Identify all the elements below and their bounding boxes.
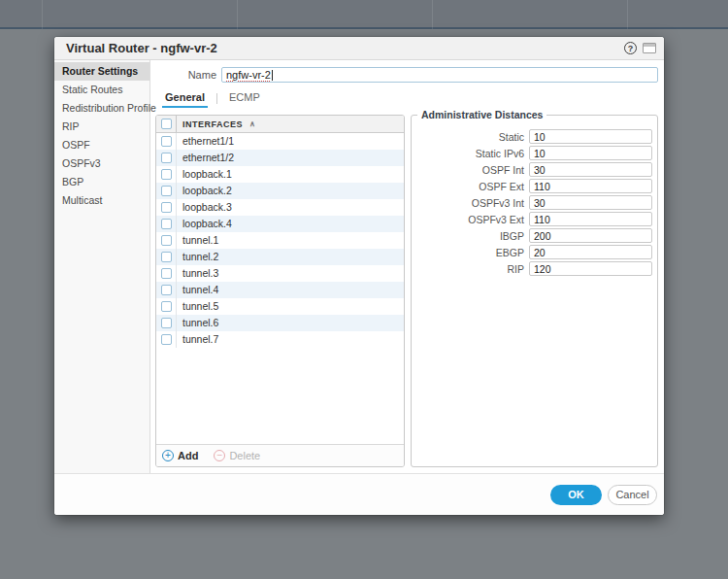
administrative-distances-panel: Administrative Distances Static Static I…: [411, 115, 658, 467]
sidebar-item-redistribution-profile[interactable]: Redistribution Profile: [54, 99, 149, 118]
row-checkbox[interactable]: [161, 169, 172, 180]
static-field[interactable]: [529, 129, 652, 144]
rip-field[interactable]: [529, 261, 652, 276]
sidebar-item-ospf[interactable]: OSPF: [54, 136, 149, 154]
row-checkbox-cell: [156, 265, 177, 282]
table-row[interactable]: loopback.1: [156, 166, 404, 183]
background-column-divider: [42, 0, 43, 29]
interface-name: tunnel.2: [177, 249, 218, 265]
table-row[interactable]: tunnel.2: [156, 249, 404, 265]
select-all-checkbox[interactable]: [161, 119, 172, 129]
table-row[interactable]: tunnel.7: [156, 331, 404, 348]
sort-ascending-icon: ∧: [249, 119, 255, 128]
row-checkbox-cell: [156, 298, 177, 315]
dialog-titlebar: Virtual Router - ngfw-vr-2 ?: [54, 37, 664, 60]
add-button[interactable]: + Add: [162, 450, 198, 461]
dialog-body: Router Settings Static Routes Redistribu…: [54, 60, 664, 473]
field-row: OSPFv3 Int: [412, 195, 652, 210]
table-row[interactable]: tunnel.3: [156, 265, 404, 282]
ospfv3-ext-label: OSPFv3 Ext: [412, 214, 529, 225]
row-checkbox[interactable]: [161, 268, 172, 279]
row-checkbox[interactable]: [161, 219, 172, 229]
ebgp-field[interactable]: [529, 245, 652, 259]
table-row[interactable]: tunnel.5: [156, 298, 404, 315]
background-table-header: [0, 0, 728, 29]
ospfv3-ext-field[interactable]: [529, 212, 652, 226]
text-cursor: [272, 70, 273, 81]
row-checkbox[interactable]: [161, 301, 172, 312]
row-checkbox-cell: [156, 150, 177, 166]
dialog-title: Virtual Router - ngfw-vr-2: [66, 41, 624, 55]
interfaces-column-header[interactable]: INTERFACES ∧: [177, 116, 255, 132]
row-checkbox[interactable]: [161, 153, 172, 163]
table-row[interactable]: loopback.2: [156, 183, 404, 199]
field-row: IBGP: [412, 228, 652, 243]
content-pane: Name ngfw-vr-2 General ECMP INTERFACES: [150, 60, 664, 473]
static-ipv6-label: Static IPv6: [412, 148, 529, 159]
popout-window-icon[interactable]: [643, 43, 656, 53]
virtual-router-dialog: Virtual Router - ngfw-vr-2 ? Router Sett…: [54, 37, 664, 515]
table-row[interactable]: tunnel.4: [156, 282, 404, 298]
row-checkbox[interactable]: [161, 285, 172, 295]
interfaces-table-footer: + Add − Delete: [156, 444, 404, 466]
interfaces-column-title: INTERFACES: [182, 119, 243, 129]
background-column-divider: [432, 0, 433, 29]
ok-button[interactable]: OK: [550, 485, 602, 505]
table-row[interactable]: loopback.4: [156, 216, 404, 232]
row-checkbox[interactable]: [161, 235, 172, 246]
name-row: Name ngfw-vr-2: [150, 67, 658, 83]
ospf-int-label: OSPF Int: [412, 164, 529, 176]
static-label: Static: [412, 131, 529, 143]
delete-label: Delete: [229, 450, 260, 461]
row-checkbox-cell: [156, 199, 177, 216]
ibgp-label: IBGP: [412, 230, 529, 242]
interfaces-rows: ethernet1/1 ethernet1/2 loopback.1 loopb…: [156, 133, 404, 444]
interfaces-table-header: INTERFACES ∧: [156, 116, 404, 133]
static-ipv6-field[interactable]: [529, 146, 652, 160]
row-checkbox[interactable]: [161, 186, 172, 196]
ibgp-field[interactable]: [529, 228, 652, 243]
ospfv3-int-field[interactable]: [529, 195, 652, 210]
sidebar-item-rip[interactable]: RIP: [54, 118, 149, 136]
row-checkbox[interactable]: [161, 252, 172, 262]
sidebar-item-bgp[interactable]: BGP: [54, 173, 149, 191]
row-checkbox-cell: [156, 232, 177, 249]
cancel-button[interactable]: Cancel: [608, 485, 657, 505]
table-row[interactable]: ethernet1/1: [156, 133, 404, 150]
background-column-divider: [237, 0, 238, 29]
row-checkbox[interactable]: [161, 318, 172, 328]
interface-name: loopback.4: [177, 216, 232, 232]
table-row[interactable]: tunnel.1: [156, 232, 404, 249]
row-checkbox-cell: [156, 216, 177, 232]
field-row: RIP: [412, 261, 652, 276]
name-input[interactable]: ngfw-vr-2: [221, 67, 658, 83]
sidebar-item-router-settings[interactable]: Router Settings: [54, 62, 149, 81]
sidebar-item-static-routes[interactable]: Static Routes: [54, 81, 149, 99]
row-checkbox-cell: [156, 249, 177, 265]
interface-name: loopback.3: [177, 199, 232, 216]
row-checkbox[interactable]: [161, 202, 172, 213]
field-row: Static: [412, 129, 652, 144]
dialog-footer: OK Cancel: [54, 473, 664, 515]
ebgp-label: EBGP: [412, 247, 529, 258]
ospf-int-field[interactable]: [529, 162, 652, 177]
tab-general[interactable]: General: [162, 91, 208, 108]
rip-label: RIP: [412, 263, 529, 275]
sidebar-item-multicast[interactable]: Multicast: [54, 191, 149, 210]
delete-button[interactable]: − Delete: [214, 450, 260, 461]
row-checkbox[interactable]: [161, 334, 172, 345]
table-row[interactable]: loopback.3: [156, 199, 404, 216]
sidebar-item-ospfv3[interactable]: OSPFv3: [54, 154, 149, 173]
select-all-cell: [156, 116, 177, 132]
help-icon[interactable]: ?: [624, 42, 637, 54]
interface-name: tunnel.4: [177, 282, 218, 298]
row-checkbox[interactable]: [161, 136, 172, 147]
tab-ecmp[interactable]: ECMP: [226, 91, 263, 108]
delete-icon: −: [214, 450, 225, 461]
name-value: ngfw-vr-2: [226, 69, 271, 81]
tab-divider: [216, 93, 217, 104]
ospf-ext-field[interactable]: [529, 179, 652, 193]
interface-name: tunnel.1: [177, 232, 218, 249]
table-row[interactable]: tunnel.6: [156, 315, 404, 331]
table-row[interactable]: ethernet1/2: [156, 150, 404, 166]
